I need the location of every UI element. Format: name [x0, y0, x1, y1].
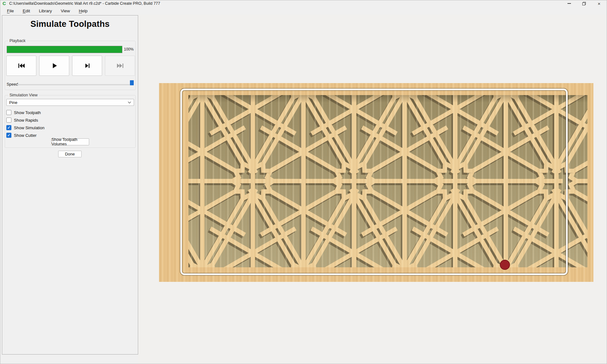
- close-button[interactable]: ×: [592, 0, 606, 7]
- skip-to-end-icon: [116, 63, 124, 69]
- menu-file-rest: ile: [9, 9, 14, 13]
- show-toolpath-label: Show Toolpath: [14, 110, 41, 115]
- menu-help-accel: H: [79, 9, 82, 13]
- step-forward-button[interactable]: [72, 56, 102, 76]
- menu-help[interactable]: Help: [76, 8, 91, 14]
- menu-view[interactable]: View: [58, 8, 73, 14]
- show-toolpath-volumes-button[interactable]: Show Toolpath Volumes: [51, 138, 89, 145]
- playback-controls: [6, 56, 138, 76]
- titlebar[interactable]: C C:\Users\willa\Downloads\Geometric Wal…: [0, 0, 607, 7]
- menu-library-label: Library: [39, 9, 52, 13]
- menu-edit-rest: dit: [26, 9, 30, 13]
- done-button[interactable]: Done: [58, 151, 82, 157]
- menu-help-rest: elp: [82, 9, 88, 13]
- playback-group-label: Playback: [8, 39, 27, 43]
- carbide-create-logo-icon: C: [3, 1, 6, 6]
- wood-grain-overlay: [159, 83, 593, 282]
- playback-progress-bar: [7, 46, 122, 53]
- show-rapids-checkbox-box: [6, 118, 11, 123]
- show-simulation-checkbox[interactable]: Show Simulation: [6, 124, 45, 131]
- playback-group: Playback 100%: [5, 41, 136, 90]
- show-simulation-label: Show Simulation: [14, 125, 45, 130]
- show-rapids-label: Show Rapids: [14, 118, 38, 123]
- menubar: File Edit Library View Help: [0, 7, 607, 15]
- page-title: Simulate Toolpaths: [2, 19, 138, 29]
- simulation-viewport[interactable]: [138, 15, 607, 364]
- cutter-indicator: [500, 260, 510, 270]
- chevron-down-icon: [128, 101, 131, 104]
- show-toolpath-checkbox[interactable]: Show Toolpath: [6, 109, 41, 116]
- skip-to-start-icon: [17, 63, 26, 69]
- menu-edit-accel: E: [23, 9, 26, 13]
- speed-slider-handle[interactable]: [130, 80, 134, 85]
- simulate-toolpaths-panel: Simulate Toolpaths Playback 100%: [2, 15, 138, 355]
- menu-edit[interactable]: Edit: [20, 8, 33, 14]
- show-rapids-checkbox[interactable]: Show Rapids: [6, 117, 38, 123]
- playback-progress-fill: [7, 46, 122, 53]
- show-toolpath-checkbox-box: [6, 110, 11, 115]
- material-select[interactable]: Pine: [6, 99, 134, 106]
- playback-progress-percent: 100%: [124, 47, 134, 52]
- menu-library[interactable]: Library: [36, 8, 55, 14]
- show-cutter-label: Show Cutter: [14, 133, 37, 138]
- menu-file-accel: F: [7, 9, 9, 13]
- step-forward-icon: [83, 63, 91, 69]
- menu-view-label: View: [61, 9, 70, 13]
- minimize-button[interactable]: [562, 0, 576, 7]
- simulation-view-group-label: Simulation View: [8, 93, 39, 97]
- show-simulation-checkbox-box: [6, 125, 11, 130]
- simulation-view-group: Simulation View Pine Show Toolpath Show …: [5, 95, 136, 148]
- play-button[interactable]: [39, 56, 69, 76]
- restore-icon: [582, 2, 586, 5]
- show-cutter-checkbox-box: [6, 133, 11, 138]
- material-select-value: Pine: [9, 100, 17, 105]
- show-cutter-checkbox[interactable]: Show Cutter: [6, 132, 37, 138]
- skip-to-end-button[interactable]: [105, 56, 135, 76]
- window-title: C:\Users\willa\Downloads\Geometric Wall …: [9, 1, 160, 6]
- skip-to-start-button[interactable]: [6, 56, 36, 76]
- speed-slider-track[interactable]: [16, 84, 134, 85]
- restore-button[interactable]: [577, 0, 591, 7]
- simulated-stock: [159, 83, 593, 282]
- play-icon: [50, 63, 58, 69]
- close-icon: ×: [598, 1, 601, 6]
- menu-file[interactable]: File: [4, 8, 17, 14]
- minimize-icon: [567, 3, 571, 4]
